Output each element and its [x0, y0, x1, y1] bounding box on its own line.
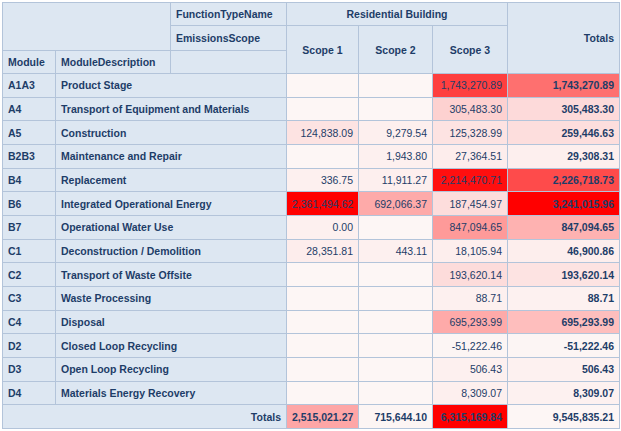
- column-total-cell-scope-1: 2,515,021.27: [287, 405, 359, 429]
- table-row: A1A3Product Stage1,743,270.891,743,270.8…: [3, 74, 620, 98]
- module-code-cell: A5: [3, 121, 56, 145]
- module-code-cell: C1: [3, 239, 56, 263]
- value-cell-scope-1: 0.00: [287, 215, 359, 239]
- module-description-cell: Waste Processing: [56, 286, 287, 310]
- module-code-cell: C2: [3, 263, 56, 287]
- value-cell-scope-3: 187,454.97: [433, 192, 508, 216]
- module-description-cell: Materials Energy Recovery: [56, 381, 287, 405]
- module-code-cell: B6: [3, 192, 56, 216]
- module-code-cell: C3: [3, 286, 56, 310]
- module-code-cell: C4: [3, 310, 56, 334]
- value-cell-scope-2: 1,943.80: [359, 144, 433, 168]
- value-cell-scope-1: [287, 263, 359, 287]
- table-row: B7Operational Water Use0.00847,094.65847…: [3, 215, 620, 239]
- value-cell-scope-2: [359, 97, 433, 121]
- row-total-cell: 193,620.14: [508, 263, 620, 287]
- row-total-cell: 88.71: [508, 286, 620, 310]
- value-cell-scope-1: 336.75: [287, 168, 359, 192]
- row-total-cell: 29,308.31: [508, 144, 620, 168]
- value-cell-scope-1: [287, 334, 359, 358]
- totals-row-label: Totals: [3, 405, 287, 429]
- value-cell-scope-1: 124,838.09: [287, 121, 359, 145]
- row-total-cell: 259,446.63: [508, 121, 620, 145]
- function-type-label: FunctionTypeName: [171, 3, 287, 26]
- table-row: D4Materials Energy Recovery8,309.078,309…: [3, 381, 620, 405]
- module-code-cell: D4: [3, 381, 56, 405]
- pivot-table: FunctionTypeName Residential Building To…: [2, 2, 620, 429]
- value-cell-scope-3: 125,328.99: [433, 121, 508, 145]
- table-row: D2Closed Loop Recycling-51,222.46-51,222…: [3, 334, 620, 358]
- value-cell-scope-1: [287, 74, 359, 98]
- value-cell-scope-3: 1,743,270.89: [433, 74, 508, 98]
- value-cell-scope-2: [359, 263, 433, 287]
- table-row: D3Open Loop Recycling506.43506.43: [3, 357, 620, 381]
- header-row-function-type: FunctionTypeName Residential Building To…: [3, 3, 620, 26]
- row-total-cell: -51,222.46: [508, 334, 620, 358]
- table-row: C4Disposal695,293.99695,293.99: [3, 310, 620, 334]
- value-cell-scope-2: [359, 215, 433, 239]
- table-body: A1A3Product Stage1,743,270.891,743,270.8…: [3, 74, 620, 429]
- table-row: C3Waste Processing88.7188.71: [3, 286, 620, 310]
- module-description-cell: Operational Water Use: [56, 215, 287, 239]
- table-row: B2B3Maintenance and Repair1,943.8027,364…: [3, 144, 620, 168]
- table-row: B4Replacement336.7511,911.272,214,470.71…: [3, 168, 620, 192]
- module-column-header: Module: [3, 51, 56, 74]
- value-cell-scope-2: [359, 286, 433, 310]
- value-cell-scope-1: [287, 310, 359, 334]
- value-cell-scope-3: 847,094.65: [433, 215, 508, 239]
- module-code-cell: A1A3: [3, 74, 56, 98]
- module-description-cell: Replacement: [56, 168, 287, 192]
- scope-3-column-header: Scope 3: [433, 26, 508, 74]
- table-row: B6Integrated Operational Energy2,361,494…: [3, 192, 620, 216]
- totals-row: Totals2,515,021.27715,644.106,315,169.84…: [3, 405, 620, 429]
- value-cell-scope-1: [287, 381, 359, 405]
- module-description-cell: Integrated Operational Energy: [56, 192, 287, 216]
- value-cell-scope-3: 27,364.51: [433, 144, 508, 168]
- value-cell-scope-2: [359, 381, 433, 405]
- module-code-cell: B7: [3, 215, 56, 239]
- module-description-cell: Closed Loop Recycling: [56, 334, 287, 358]
- module-description-column-header: ModuleDescription: [56, 51, 171, 74]
- row-total-cell: 695,293.99: [508, 310, 620, 334]
- column-total-cell-scope-2: 715,644.10: [359, 405, 433, 429]
- scope-2-column-header: Scope 2: [359, 26, 433, 74]
- module-code-cell: D3: [3, 357, 56, 381]
- value-cell-scope-3: 506.43: [433, 357, 508, 381]
- row-total-cell: 3,241,015.96: [508, 192, 620, 216]
- value-cell-scope-2: [359, 310, 433, 334]
- row-total-cell: 1,743,270.89: [508, 74, 620, 98]
- value-cell-scope-1: 28,351.81: [287, 239, 359, 263]
- row-total-cell: 305,483.30: [508, 97, 620, 121]
- module-description-cell: Open Loop Recycling: [56, 357, 287, 381]
- value-cell-scope-1: [287, 97, 359, 121]
- module-code-cell: B4: [3, 168, 56, 192]
- value-cell-scope-1: [287, 144, 359, 168]
- totals-column-header: Totals: [508, 3, 620, 74]
- row-total-cell: 2,226,718.73: [508, 168, 620, 192]
- module-code-cell: D2: [3, 334, 56, 358]
- value-cell-scope-3: 8,309.07: [433, 381, 508, 405]
- row-total-cell: 847,094.65: [508, 215, 620, 239]
- value-cell-scope-1: [287, 357, 359, 381]
- value-cell-scope-2: 9,279.54: [359, 121, 433, 145]
- value-cell-scope-2: [359, 74, 433, 98]
- module-code-cell: A4: [3, 97, 56, 121]
- table-row: A4Transport of Equipment and Materials30…: [3, 97, 620, 121]
- value-cell-scope-3: -51,222.46: [433, 334, 508, 358]
- column-total-cell-scope-3: 6,315,169.84: [433, 405, 508, 429]
- value-cell-scope-2: [359, 357, 433, 381]
- grand-total-cell: 9,545,835.21: [508, 405, 620, 429]
- table-row: C2Transport of Waste Offsite193,620.1419…: [3, 263, 620, 287]
- value-cell-scope-1: [287, 286, 359, 310]
- value-cell-scope-3: 193,620.14: [433, 263, 508, 287]
- corner-cell: [3, 3, 171, 51]
- module-description-cell: Maintenance and Repair: [56, 144, 287, 168]
- module-description-cell: Transport of Waste Offsite: [56, 263, 287, 287]
- value-cell-scope-2: 11,911.27: [359, 168, 433, 192]
- value-cell-scope-3: 305,483.30: [433, 97, 508, 121]
- module-description-cell: Deconstruction / Demolition: [56, 239, 287, 263]
- module-code-cell: B2B3: [3, 144, 56, 168]
- module-description-cell: Product Stage: [56, 74, 287, 98]
- module-description-cell: Transport of Equipment and Materials: [56, 97, 287, 121]
- value-cell-scope-3: 2,214,470.71: [433, 168, 508, 192]
